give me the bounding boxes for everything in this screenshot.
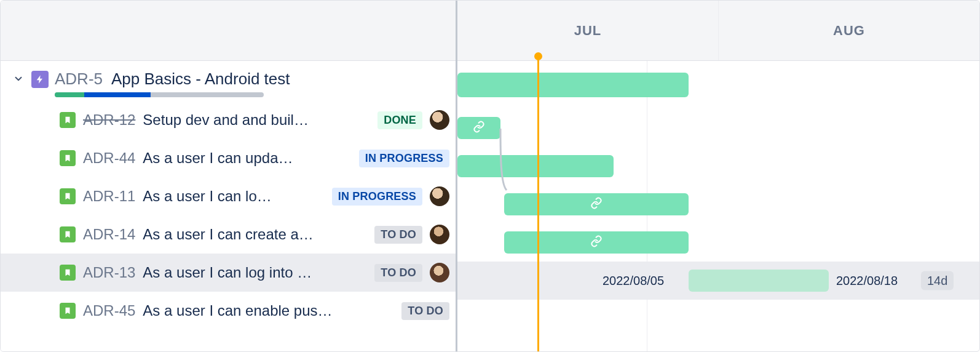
issue-list-panel: ADR-5 App Basics - Android test ADR-12Se…	[1, 1, 456, 351]
month-column-aug: AUG	[719, 1, 979, 60]
timeline-row-epic	[457, 61, 979, 109]
epic-icon	[31, 71, 49, 88]
issue-timeline-bar[interactable]	[457, 117, 500, 139]
timeline-row	[457, 185, 979, 223]
dependency-link-icon[interactable]	[590, 197, 603, 212]
timeline-panel: JUL AUG 2022/08/052022/08/1814d	[456, 1, 979, 351]
issue-key[interactable]: ADR-45	[83, 302, 135, 319]
issue-timeline-bar[interactable]	[689, 270, 829, 292]
status-lozenge[interactable]: IN PROGRESS	[332, 188, 422, 206]
status-lozenge[interactable]: TO DO	[374, 264, 422, 282]
assignee-avatar[interactable]	[430, 110, 449, 130]
issue-summary[interactable]: Setup dev and and buil…	[143, 111, 370, 129]
collapse-chevron-icon[interactable]	[12, 72, 25, 86]
issue-key[interactable]: ADR-11	[83, 188, 135, 205]
timeline-body[interactable]: 2022/08/052022/08/1814d	[457, 61, 979, 351]
story-icon	[60, 112, 76, 128]
issue-summary[interactable]: As a user I can log into …	[143, 264, 367, 281]
issue-row[interactable]: ADR-14As a user I can create a…TO DO	[1, 215, 456, 254]
story-icon	[60, 150, 76, 166]
epic-title-block: ADR-5 App Basics - Android test	[55, 70, 290, 97]
issue-key[interactable]: ADR-44	[83, 150, 135, 167]
status-lozenge[interactable]: IN PROGRESS	[359, 150, 449, 167]
issue-row[interactable]: ADR-13As a user I can log into …TO DO	[1, 254, 456, 292]
timeline-row	[457, 223, 979, 262]
story-icon	[60, 188, 76, 204]
story-icon	[60, 226, 76, 242]
bar-start-date: 2022/08/05	[603, 274, 664, 288]
timeline-row	[457, 300, 979, 338]
issue-key[interactable]: ADR-14	[83, 226, 135, 243]
epic-progress-bar	[55, 92, 264, 97]
issue-key[interactable]: ADR-13	[83, 264, 135, 281]
issue-summary[interactable]: As a user I can upda…	[143, 150, 351, 167]
bar-duration-pill: 14d	[921, 271, 954, 290]
issue-row[interactable]: ADR-44As a user I can upda…IN PROGRESS	[1, 139, 456, 177]
progress-inprogress-segment	[84, 92, 151, 97]
status-lozenge[interactable]: TO DO	[401, 302, 449, 320]
epic-summary[interactable]: App Basics - Android test	[111, 70, 290, 89]
dependency-link-icon[interactable]	[473, 121, 485, 135]
assignee-avatar[interactable]	[430, 225, 449, 244]
issue-key[interactable]: ADR-12	[83, 111, 135, 129]
assignee-avatar[interactable]	[430, 186, 449, 206]
story-icon	[60, 303, 76, 319]
today-marker-dot	[534, 52, 542, 60]
today-marker-line	[537, 57, 539, 351]
issue-summary[interactable]: As a user I can enable pus…	[143, 302, 394, 319]
assignee-avatar[interactable]	[430, 263, 449, 282]
status-lozenge[interactable]: DONE	[377, 111, 422, 129]
progress-done-segment	[55, 92, 84, 97]
issue-timeline-bar[interactable]	[457, 155, 614, 177]
issue-summary[interactable]: As a user I can create a…	[143, 226, 367, 243]
epic-key[interactable]: ADR-5	[55, 70, 103, 89]
timeline-row	[457, 109, 979, 147]
dependency-link-icon[interactable]	[590, 235, 603, 250]
epic-row[interactable]: ADR-5 App Basics - Android test	[1, 61, 456, 101]
issue-row[interactable]: ADR-12Setup dev and and buil…DONE	[1, 101, 456, 139]
timeline-row	[457, 147, 979, 185]
issue-row[interactable]: ADR-45As a user I can enable pus…TO DO	[1, 292, 456, 330]
issue-summary[interactable]: As a user I can lo…	[143, 188, 324, 205]
timeline-row: 2022/08/052022/08/1814d	[457, 262, 979, 300]
issue-timeline-bar[interactable]	[504, 193, 689, 215]
timeline-header: JUL AUG	[457, 1, 979, 61]
left-header-spacer	[1, 1, 456, 61]
month-column-jul: JUL	[457, 1, 719, 60]
issue-row[interactable]: ADR-11As a user I can lo…IN PROGRESS	[1, 177, 456, 215]
story-icon	[60, 265, 76, 281]
issue-timeline-bar[interactable]	[504, 231, 689, 254]
roadmap-container: ADR-5 App Basics - Android test ADR-12Se…	[0, 0, 980, 352]
epic-timeline-bar[interactable]	[457, 73, 689, 97]
child-issue-list: ADR-12Setup dev and and buil…DONEADR-44A…	[1, 101, 456, 330]
bar-end-date: 2022/08/18	[836, 274, 898, 288]
status-lozenge[interactable]: TO DO	[374, 226, 422, 244]
